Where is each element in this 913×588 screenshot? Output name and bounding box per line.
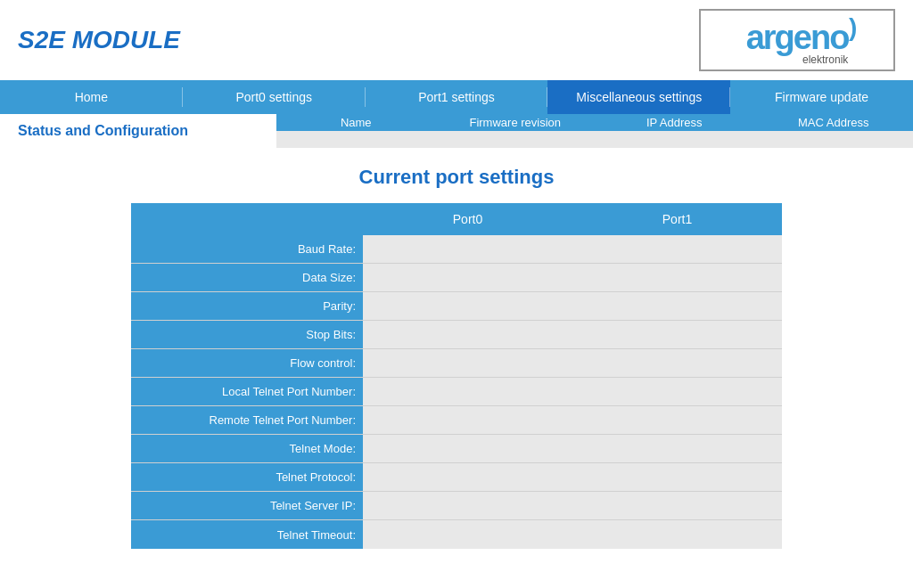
table-row: Telnet Mode: <box>131 435 782 463</box>
table-row: Data Size: <box>131 264 782 292</box>
row-val-telnettimeout-p0 <box>363 520 572 549</box>
row-val-datasize-p1 <box>572 264 782 291</box>
row-label-stopbits: Stop Bits: <box>131 321 363 348</box>
row-val-remotetelnet-p1 <box>572 406 782 434</box>
port-table-header: Port0 Port1 <box>131 203 782 235</box>
row-val-telnetserverip-p1 <box>572 492 782 519</box>
row-label-telnetserverip: Telnet Server IP: <box>131 492 363 519</box>
row-label-baudrate: Baud Rate: <box>131 235 363 263</box>
logo: argeno) elektronik <box>746 15 849 66</box>
table-row: Telnet Server IP: <box>131 492 782 520</box>
status-col-mac: MAC Address <box>754 114 914 131</box>
row-val-flowcontrol-p0 <box>363 349 572 377</box>
row-val-telnetmode-p1 <box>572 435 782 462</box>
nav-firmware[interactable]: Firmware update <box>730 80 913 114</box>
row-label-telnettimeout: Telnet Timeout: <box>131 520 363 549</box>
status-col-firmware: Firmware revision <box>436 114 596 131</box>
row-label-datasize: Data Size: <box>131 264 363 291</box>
row-label-localtelnet: Local Telnet Port Number: <box>131 378 363 405</box>
row-val-telnetprotocol-p0 <box>363 463 572 491</box>
nav-port0[interactable]: Port0 settings <box>183 80 366 114</box>
logo-box: argeno) elektronik <box>699 9 895 71</box>
row-val-stopbits-p0 <box>363 321 572 348</box>
table-row: Remote Telnet Port Number: <box>131 406 782 435</box>
header: S2E MODULE argeno) elektronik <box>0 0 913 80</box>
port-header-port0: Port0 <box>363 203 572 235</box>
row-val-stopbits-p1 <box>572 321 782 348</box>
row-val-telnetserverip-p0 <box>363 492 572 519</box>
nav-bar: Home Port0 settings Port1 settings Misce… <box>0 80 913 114</box>
logo-text: argeno) <box>746 15 849 57</box>
table-row: Baud Rate: <box>131 235 782 264</box>
row-label-flowcontrol: Flow control: <box>131 349 363 377</box>
row-val-parity-p0 <box>363 292 572 320</box>
status-col-name: Name <box>276 114 436 131</box>
table-row: Telnet Protocol: <box>131 463 782 492</box>
status-data-firmware <box>436 131 596 148</box>
port-header-port1: Port1 <box>572 203 782 235</box>
status-bar: Status and Configuration Name Firmware r… <box>0 114 913 148</box>
row-val-baudrate-p1 <box>572 235 782 263</box>
row-val-remotetelnet-p0 <box>363 406 572 434</box>
table-row: Telnet Timeout: <box>131 520 782 549</box>
section-title: Current port settings <box>18 166 895 189</box>
table-row: Flow control: <box>131 349 782 378</box>
row-label-telnetprotocol: Telnet Protocol: <box>131 463 363 491</box>
port-table-body: Baud Rate: Data Size: Parity: Stop Bits: <box>131 235 782 549</box>
row-val-telnetmode-p0 <box>363 435 572 462</box>
port-settings-table: Port0 Port1 Baud Rate: Data Size: Parity… <box>131 203 782 549</box>
row-label-telnetmode: Telnet Mode: <box>131 435 363 462</box>
row-val-telnetprotocol-p1 <box>572 463 782 491</box>
row-val-localtelnet-p0 <box>363 378 572 405</box>
page-title: S2E MODULE <box>18 26 180 54</box>
nav-home[interactable]: Home <box>0 80 183 114</box>
nav-misc[interactable]: Miscellaneous settings <box>547 80 730 114</box>
row-label-parity: Parity: <box>131 292 363 320</box>
status-data-name <box>276 131 436 148</box>
port-header-empty <box>131 203 363 235</box>
row-val-baudrate-p0 <box>363 235 572 263</box>
row-label-remotetelnet: Remote Telnet Port Number: <box>131 406 363 434</box>
row-val-flowcontrol-p1 <box>572 349 782 377</box>
status-data-mac <box>754 131 914 148</box>
table-row: Stop Bits: <box>131 321 782 349</box>
table-row: Local Telnet Port Number: <box>131 378 782 406</box>
status-label: Status and Configuration <box>0 114 276 148</box>
main-content: Current port settings Port0 Port1 Baud R… <box>0 148 913 567</box>
status-data-row <box>276 131 913 148</box>
row-val-telnettimeout-p1 <box>572 520 782 549</box>
row-val-datasize-p0 <box>363 264 572 291</box>
row-val-parity-p1 <box>572 292 782 320</box>
row-val-localtelnet-p1 <box>572 378 782 405</box>
status-table-header: Name Firmware revision IP Address MAC Ad… <box>276 114 913 131</box>
status-data-ip <box>595 131 754 148</box>
nav-port1[interactable]: Port1 settings <box>366 80 548 114</box>
status-col-ip: IP Address <box>595 114 754 131</box>
table-row: Parity: <box>131 292 782 321</box>
